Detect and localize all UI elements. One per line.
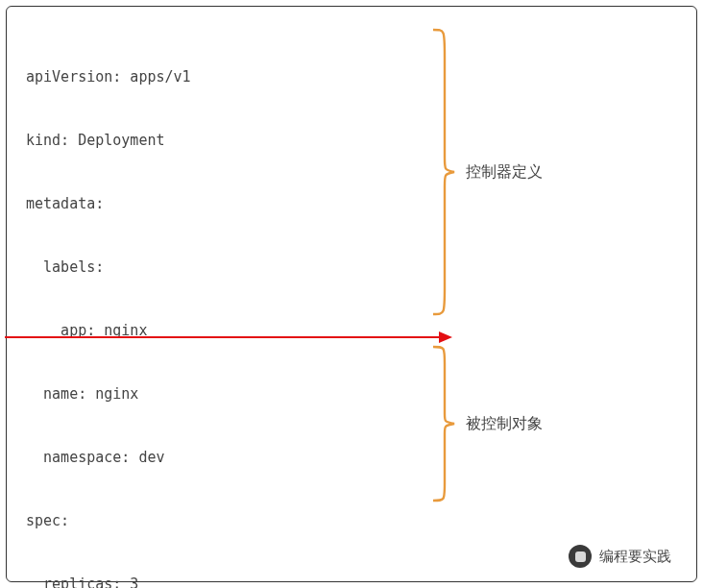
annotation-bottom-label: 被控制对象	[466, 414, 543, 434]
watermark-logo-icon	[569, 545, 592, 568]
yaml-code-block: apiVersion: apps/v1 kind: Deployment met…	[26, 24, 696, 588]
svg-marker-1	[439, 331, 452, 343]
code-line: apiVersion: apps/v1	[26, 66, 696, 87]
code-line: spec:	[26, 510, 696, 531]
annotation-top-label: 控制器定义	[466, 162, 543, 183]
diagram-frame: apiVersion: apps/v1 kind: Deployment met…	[6, 6, 697, 582]
code-line: replicas: 3	[26, 574, 696, 588]
watermark-text: 编程要实践	[599, 548, 671, 566]
arrow-icon	[5, 331, 452, 340]
code-line: name: nginx	[26, 383, 696, 404]
code-line: metadata:	[26, 193, 696, 214]
code-line: labels:	[26, 257, 696, 278]
brace-bottom-icon	[431, 345, 456, 502]
code-line: namespace: dev	[26, 447, 696, 468]
watermark: 编程要实践	[569, 545, 671, 568]
brace-top-icon	[431, 28, 456, 316]
code-line: kind: Deployment	[26, 130, 696, 151]
